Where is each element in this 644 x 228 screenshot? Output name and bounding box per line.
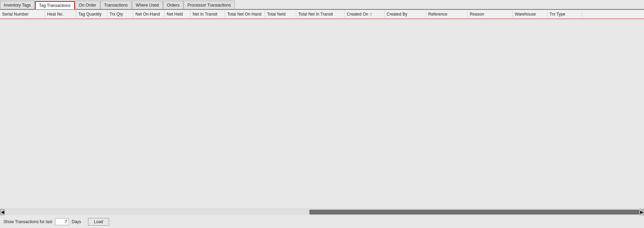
app-container: Inventory Tags Tag Transactions On Order…: [0, 0, 644, 228]
col-header-created-by[interactable]: Created By: [385, 10, 426, 18]
grid-body: [0, 19, 644, 209]
col-header-reference[interactable]: Reference: [426, 10, 468, 18]
load-button[interactable]: Load: [88, 218, 109, 226]
tab-on-order[interactable]: On Order: [75, 1, 100, 9]
col-header-tag-quantity[interactable]: Tag Quantity: [76, 10, 107, 18]
show-transactions-label: Show Transactions for last: [3, 219, 52, 224]
col-header-serial-number[interactable]: Serial Number: [0, 10, 45, 18]
col-header-net-held[interactable]: Net Held: [165, 10, 191, 18]
col-header-reason[interactable]: Reason: [468, 10, 513, 18]
col-header-total-net-held[interactable]: Total Neld: [265, 10, 296, 18]
col-header-trx-type[interactable]: Trx Type: [547, 10, 582, 18]
col-header-heat-no[interactable]: Heat No.: [45, 10, 76, 18]
scrollbar-thumb[interactable]: [309, 210, 639, 215]
scroll-left-button[interactable]: ◀: [0, 209, 5, 215]
sort-icon-created-on: ▽: [370, 12, 372, 16]
tabs-row: Inventory Tags Tag Transactions On Order…: [0, 0, 644, 9]
scroll-right-button[interactable]: ▶: [639, 209, 644, 215]
col-header-total-net-on-hand[interactable]: Total Net On Hand: [225, 10, 265, 18]
tab-where-used[interactable]: Where Used: [132, 1, 163, 9]
col-header-net-on-hand[interactable]: Net On-Hand: [133, 10, 165, 18]
days-label: Days: [72, 219, 81, 224]
tab-tag-transactions[interactable]: Tag Transactions: [35, 1, 75, 9]
col-header-created-on[interactable]: Created On ▽: [345, 10, 385, 18]
col-header-trx-qty[interactable]: Trx Qty: [107, 10, 133, 18]
tab-inventory-tags[interactable]: Inventory Tags: [0, 1, 35, 9]
scrollbar-container: ◀ ▶: [0, 209, 644, 215]
col-header-total-net-in-transit[interactable]: Total Net In Transit: [296, 10, 345, 18]
footer-row: Show Transactions for last Days Load: [0, 215, 644, 228]
col-header-warehouse[interactable]: Warehouse: [513, 10, 547, 18]
days-input[interactable]: [55, 218, 69, 225]
col-header-net-in-transit[interactable]: Net In Transit: [191, 10, 225, 18]
grid-header: Serial Number Heat No. Tag Quantity Trx …: [0, 9, 644, 19]
tab-processor-transactions[interactable]: Processor Transactions: [184, 1, 235, 9]
scrollbar-track[interactable]: [5, 209, 639, 215]
tab-orders[interactable]: Orders: [163, 1, 184, 9]
tab-transactions[interactable]: Transactions: [100, 1, 132, 9]
